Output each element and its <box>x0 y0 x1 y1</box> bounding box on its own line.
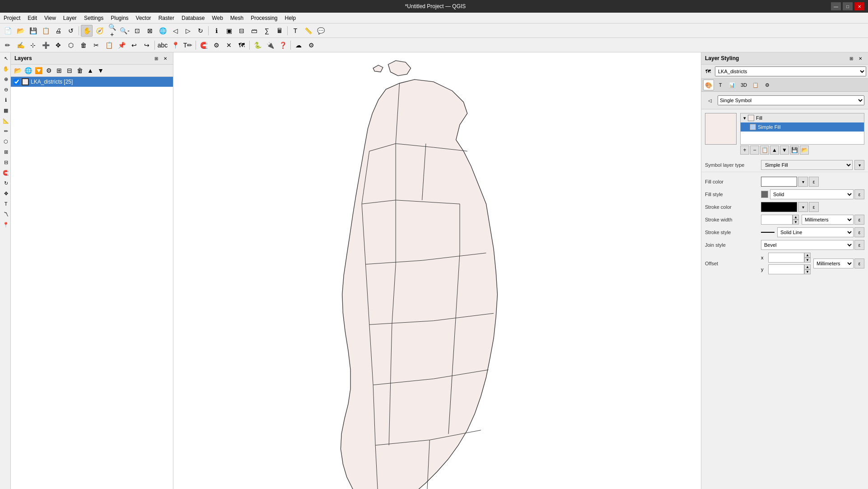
measure-button[interactable]: 📏 <box>302 25 314 37</box>
save-as-button[interactable]: 📋 <box>40 25 51 37</box>
menu-web[interactable]: Web <box>208 13 226 24</box>
styling-fields-tab[interactable]: 📋 <box>750 80 761 90</box>
snap-enable-button[interactable]: 🧲 <box>198 39 210 51</box>
calculator-button[interactable]: 🖩 <box>274 25 285 37</box>
menu-view[interactable]: View <box>41 13 60 24</box>
new-project-button[interactable]: 📄 <box>2 25 14 37</box>
left-select2-button[interactable]: ▦ <box>1 105 11 115</box>
duplicate-symbol-layer-button[interactable]: 📋 <box>760 146 769 155</box>
zoom-full-button[interactable]: 🌐 <box>157 25 168 37</box>
join-style-data-defined[interactable]: ε <box>854 240 864 250</box>
save-symbol-button[interactable]: 💾 <box>790 146 799 155</box>
layers-expand-button[interactable]: ⊞ <box>152 54 160 62</box>
left-zoom-out-button[interactable]: ⊖ <box>1 85 11 94</box>
left-label-button[interactable]: T <box>1 199 11 209</box>
offset-y-input[interactable]: 0.000000 <box>768 264 804 274</box>
menu-project[interactable]: Project <box>0 13 24 24</box>
digitize-button[interactable]: ⊹ <box>27 39 39 51</box>
move-button[interactable]: ✥ <box>52 39 64 51</box>
remove-symbol-layer-button[interactable]: − <box>750 146 759 155</box>
minimize-button[interactable]: — <box>831 2 841 10</box>
zoom-previous-button[interactable]: ◁ <box>169 25 181 37</box>
symbol-tree-child[interactable]: Simple Fill <box>741 122 864 132</box>
open-project-button[interactable]: 📂 <box>14 25 26 37</box>
menu-processing[interactable]: Processing <box>247 13 281 24</box>
symbol-layer-type-select[interactable]: Simple Fill <box>761 160 853 170</box>
styling-expand-button[interactable]: ⊞ <box>847 54 855 62</box>
layer-checkbox-lka[interactable] <box>14 79 20 85</box>
stroke-style-data-defined[interactable]: ε <box>854 227 864 237</box>
close-button[interactable]: ✕ <box>854 2 864 10</box>
move-down-button[interactable]: ▼ <box>96 66 106 75</box>
styling-layer-select[interactable]: LKA_districts <box>715 66 866 76</box>
annotation-button[interactable]: 💬 <box>315 25 327 37</box>
redo-button[interactable]: ↪ <box>141 39 153 51</box>
print-button[interactable]: 🖨 <box>52 25 64 37</box>
delete-button[interactable]: 🗑 <box>78 39 89 51</box>
menu-database[interactable]: Database <box>178 13 208 24</box>
fill-color-dropdown[interactable]: ▾ <box>798 177 808 187</box>
save-project-button[interactable]: 💾 <box>27 25 39 37</box>
fill-style-data-defined[interactable]: ε <box>854 189 864 199</box>
statistics-button[interactable]: ∑ <box>261 25 273 37</box>
offset-x-down[interactable]: ▼ <box>804 258 811 263</box>
cut-button[interactable]: ✂ <box>90 39 102 51</box>
left-snap-button[interactable]: 🧲 <box>1 168 11 178</box>
snap-config-button[interactable]: ⚙ <box>210 39 222 51</box>
map-canvas[interactable] <box>173 52 701 489</box>
edit-pencil-button[interactable]: ✍ <box>14 39 26 51</box>
menu-help[interactable]: Help <box>281 13 300 24</box>
stroke-style-select[interactable]: Solid Line <box>777 227 854 237</box>
filter-symbol-button[interactable]: ⚙ <box>44 66 54 75</box>
join-style-select[interactable]: Bevel <box>761 240 854 250</box>
styling-labels-tab[interactable]: T <box>715 80 726 90</box>
zoom-in-button[interactable]: 🔍+ <box>106 25 118 37</box>
left-zoom-in-button[interactable]: ⊕ <box>1 74 11 84</box>
add-layer-button[interactable]: 📂 <box>13 66 23 75</box>
identify-button[interactable]: ℹ <box>210 25 222 37</box>
zoom-out-button[interactable]: 🔍- <box>119 25 131 37</box>
qgis-cloud-button[interactable]: ☁ <box>293 39 304 51</box>
stroke-width-up[interactable]: ▲ <box>793 215 799 220</box>
undo-button[interactable]: ↺ <box>65 25 77 37</box>
add-symbol-layer-button[interactable]: + <box>740 146 749 155</box>
menu-layer[interactable]: Layer <box>60 13 80 24</box>
attribute-table-button[interactable]: 🗃 <box>248 25 260 37</box>
left-pin-button[interactable]: 📍 <box>1 220 11 230</box>
fill-style-select[interactable]: Solid <box>770 189 854 199</box>
menu-plugins[interactable]: Plugins <box>107 13 132 24</box>
stroke-width-unit-select[interactable]: Millimeters <box>802 215 854 225</box>
snap-intersect-button[interactable]: ✕ <box>223 39 235 51</box>
offset-y-up[interactable]: ▲ <box>804 264 811 269</box>
undo2-button[interactable]: ↩ <box>128 39 140 51</box>
layer-item-lka[interactable]: LKA_districts [25] <box>11 77 173 87</box>
refresh-button[interactable]: ↻ <box>195 25 206 37</box>
label-tool-button[interactable]: abc <box>157 39 168 51</box>
text-label-button[interactable]: T <box>289 25 301 37</box>
pan-north-button[interactable]: 🧭 <box>93 25 105 37</box>
left-move-button[interactable]: ✥ <box>1 188 11 198</box>
left-add-button[interactable]: ⊞ <box>1 147 11 157</box>
left-measure-button[interactable]: 📐 <box>1 116 11 126</box>
help2-button[interactable]: ❓ <box>277 39 289 51</box>
stroke-color-swatch[interactable] <box>761 202 797 212</box>
left-del-button[interactable]: ⊟ <box>1 157 11 167</box>
select-button[interactable]: ▣ <box>223 25 235 37</box>
left-pan-button[interactable]: ✋ <box>1 64 11 74</box>
left-rotate-button[interactable]: ↻ <box>1 178 11 188</box>
snap-all-button[interactable]: 🗺 <box>236 39 247 51</box>
menu-mesh[interactable]: Mesh <box>227 13 247 24</box>
remove-layer-button[interactable]: 🗑 <box>75 66 85 75</box>
symbol-layer-up-button[interactable]: ▲ <box>770 146 779 155</box>
symbol-tree-parent[interactable]: ▾ Fill <box>741 113 864 122</box>
load-symbol-button[interactable]: 📂 <box>800 146 809 155</box>
label-edit-button[interactable]: T✏ <box>182 39 194 51</box>
stroke-width-data-defined[interactable]: ε <box>854 215 864 225</box>
stroke-color-dropdown[interactable]: ▾ <box>798 202 808 212</box>
paste-button[interactable]: 📌 <box>116 39 127 51</box>
python-console-button[interactable]: 🐍 <box>252 39 263 51</box>
menu-edit[interactable]: Edit <box>24 13 41 24</box>
offset-x-input[interactable]: 0.000000 <box>768 253 804 263</box>
maximize-button[interactable]: □ <box>843 2 853 10</box>
styling-symbology-tab[interactable]: 🎨 <box>703 80 714 90</box>
